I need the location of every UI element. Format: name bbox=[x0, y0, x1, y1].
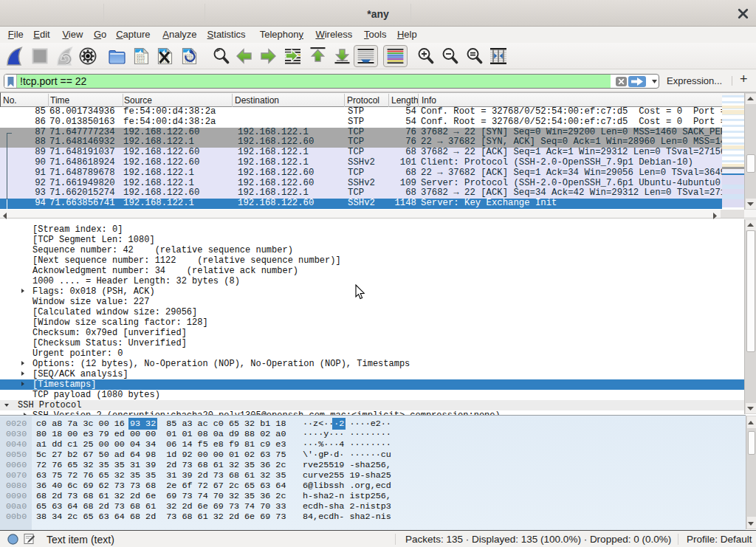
svg-text:0111: 0111 bbox=[137, 60, 145, 63]
